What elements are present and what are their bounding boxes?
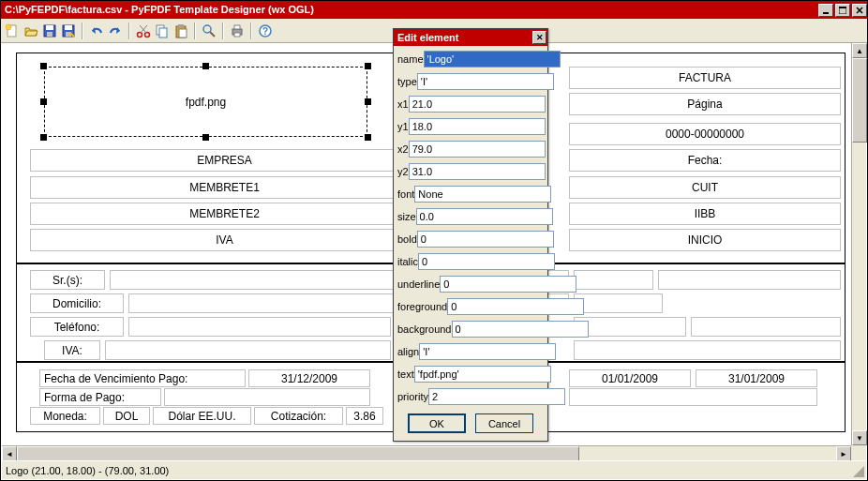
r3-box[interactable] [574,317,686,337]
dol-box[interactable]: DOL [103,407,150,425]
iibb-box[interactable]: IIBB [569,203,841,225]
paste-icon[interactable] [173,23,188,38]
dialog-close-button[interactable]: ✕ [532,31,546,44]
ok-button[interactable]: OK [408,413,466,433]
close-button[interactable] [852,4,867,17]
date2-box[interactable]: 31/01/2009 [696,369,817,387]
new-icon[interactable] [5,23,20,38]
logo-label: fpdf.png [186,96,226,109]
selected-element[interactable]: fpdf.png [44,67,367,137]
dialog-titlebar[interactable]: Edit element ✕ [394,29,547,46]
priority-input[interactable] [428,388,565,405]
minimize-button[interactable] [818,4,833,17]
italic-input[interactable] [418,253,555,270]
save-icon[interactable] [42,23,57,38]
print-icon[interactable] [230,23,245,38]
forma-box[interactable]: Forma de Pago: [39,388,161,406]
vertical-scrollbar[interactable]: ▲ ▼ [851,43,866,445]
date1-label: 01/01/2009 [602,372,658,385]
membrete2-box[interactable]: MEMBRETE2 [30,203,419,225]
svg-rect-26 [234,33,240,37]
scroll-down-button[interactable]: ▼ [852,430,867,445]
resize-grip[interactable] [851,464,864,477]
y2-input[interactable] [409,163,546,180]
fecha-box[interactable]: Fecha: [569,149,841,172]
date1-box[interactable]: 01/01/2009 [569,369,691,387]
open-icon[interactable] [23,23,38,38]
toolbar-separator [250,23,252,39]
sr-label: Sr.(s): [52,274,82,287]
dolar-box[interactable]: Dólar EE.UU. [153,407,251,425]
handle-ne[interactable] [365,63,371,69]
field-label-underline: underline [397,278,440,290]
svg-rect-0 [823,12,829,14]
font-input[interactable] [414,186,551,203]
telefono-box[interactable]: Teléfono: [30,317,124,337]
cut-icon[interactable] [136,23,151,38]
bold-input[interactable] [417,231,554,248]
copy-icon[interactable] [155,23,170,38]
venc-label-box[interactable]: Fecha de Vencimiento Pago: [39,369,246,387]
horizontal-scrollbar[interactable]: ◄ ► [2,445,851,460]
about-icon[interactable]: ? [258,23,273,38]
name-input[interactable] [424,51,561,68]
handle-e[interactable] [365,98,371,105]
factura-box[interactable]: FACTURA [569,67,841,89]
x2-input[interactable] [409,141,546,158]
empresa-box[interactable]: EMPRESA [30,149,419,172]
scroll-left-button[interactable]: ◄ [2,446,17,461]
handle-s[interactable] [202,134,209,141]
telefono-value-box[interactable] [128,317,391,337]
sr-box[interactable]: Sr.(s): [30,270,105,290]
scroll-right-button[interactable]: ► [836,446,851,461]
svg-text:?: ? [262,26,268,37]
cotiz-box[interactable]: Cotización: [254,407,343,425]
saveas-icon[interactable] [61,23,76,38]
r2-box[interactable] [574,293,663,313]
cotizval-box[interactable]: 3.86 [346,407,383,425]
undo-icon[interactable] [89,23,104,38]
iva2-box[interactable]: IVA: [44,340,100,360]
foreground-input[interactable] [447,298,584,315]
redo-icon[interactable] [108,23,123,38]
handle-w[interactable] [40,98,47,105]
r1b-box[interactable] [658,270,841,290]
statusbar: Logo (21.00, 18.00) - (79.00, 31.00) [2,460,866,479]
bot-r2-box[interactable] [569,388,817,406]
membrete1-box[interactable]: MEMBRETE1 [30,176,419,199]
r4-box[interactable] [574,340,841,360]
hscroll-thumb[interactable] [17,446,579,461]
r3b-box[interactable] [691,317,841,337]
pagina-box[interactable]: Página [569,93,841,115]
date2-label: 31/01/2009 [728,372,785,385]
handle-se[interactable] [365,134,371,141]
size-input[interactable] [416,208,553,225]
venc-val-box[interactable]: 31/12/2009 [248,369,370,387]
iva-box[interactable]: IVA [30,229,419,251]
handle-n[interactable] [202,63,209,69]
moneda-box[interactable]: Moneda: [30,407,100,425]
maximize-button[interactable] [835,4,850,17]
iva2-value-box[interactable] [105,340,391,360]
y1-input[interactable] [409,118,546,135]
handle-nw[interactable] [40,63,47,69]
cancel-button[interactable]: Cancel [475,413,533,433]
find-icon[interactable] [202,23,217,38]
domicilio-box[interactable]: Domicilio: [30,293,124,313]
inicio-box[interactable]: INICIO [569,229,841,251]
background-input[interactable] [452,321,589,338]
type-input[interactable] [417,73,554,90]
underline-input[interactable] [440,276,576,293]
scroll-up-button[interactable]: ▲ [852,43,867,58]
x1-input[interactable] [409,96,546,113]
r1-box[interactable] [574,270,653,290]
docnum-box[interactable]: 0000-00000000 [569,123,841,145]
text-input[interactable] [414,366,551,383]
handle-sw[interactable] [40,134,47,141]
cuit-box[interactable]: CUIT [569,176,841,199]
logo-box[interactable]: fpdf.png [44,67,367,137]
vscroll-thumb[interactable] [852,58,867,143]
forma-val-box[interactable] [164,388,370,406]
align-input[interactable] [419,343,556,360]
telefono-label: Teléfono: [54,321,100,334]
